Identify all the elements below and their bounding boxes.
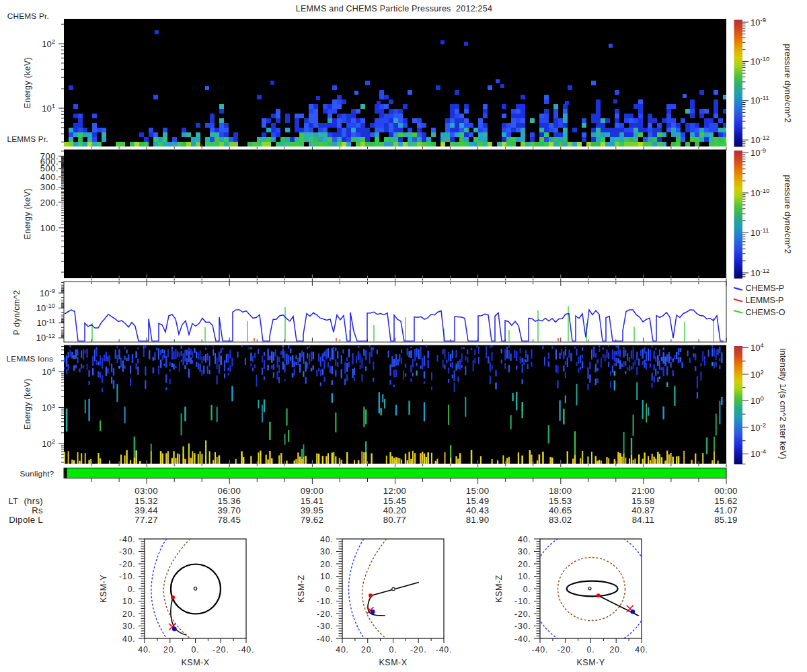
svg-text:100.: 100. <box>40 223 59 233</box>
svg-text:20.: 20. <box>163 645 177 655</box>
svg-text:20.: 20. <box>361 645 375 655</box>
svg-text:LEMMS-P: LEMMS-P <box>746 296 784 305</box>
svg-text:-40.: -40. <box>532 645 548 655</box>
svg-text:85.19: 85.19 <box>714 515 738 525</box>
svg-text:-30.: -30. <box>119 547 135 556</box>
svg-text:00:00: 00:00 <box>714 486 738 496</box>
svg-text:41.07: 41.07 <box>714 505 738 515</box>
svg-text:-30.: -30. <box>514 622 531 631</box>
svg-text:15.45: 15.45 <box>383 496 407 506</box>
svg-text:pressure dyne/cm^2: pressure dyne/cm^2 <box>783 175 792 254</box>
svg-text:15.32: 15.32 <box>134 496 158 506</box>
svg-text:LEMMS Pr.: LEMMS Pr. <box>7 134 48 144</box>
svg-text:pressure dyne/cm^2: pressure dyne/cm^2 <box>783 44 792 123</box>
svg-text:CHEMS-O: CHEMS-O <box>746 308 785 317</box>
svg-text:KSM-Z: KSM-Z <box>297 575 306 602</box>
svg-text:Rs: Rs <box>32 505 43 515</box>
svg-text:KSM-Y: KSM-Y <box>99 575 108 603</box>
svg-text:-10.: -10. <box>317 597 333 606</box>
svg-text:15:00: 15:00 <box>466 486 490 496</box>
svg-text:CHEMS Pr.: CHEMS Pr. <box>7 11 49 21</box>
svg-text:0.: 0. <box>587 645 595 655</box>
svg-text:LT (hrs): LT (hrs) <box>8 496 43 506</box>
svg-text:10.: 10. <box>320 572 334 581</box>
svg-text:-10.: -10. <box>119 572 135 581</box>
svg-text:15.36: 15.36 <box>218 496 241 506</box>
svg-text:-40.: -40. <box>317 634 333 644</box>
svg-text:200.: 200. <box>40 198 59 208</box>
svg-text:Sunlight?: Sunlight? <box>20 469 54 478</box>
svg-text:40.: 40. <box>635 645 648 655</box>
svg-text:KSM-X: KSM-X <box>181 658 209 667</box>
svg-text:KSM-Z: KSM-Z <box>494 575 504 602</box>
svg-text:intensity 1/(s cm^2 ster keV): intensity 1/(s cm^2 ster keV) <box>778 348 787 459</box>
svg-text:03:00: 03:00 <box>134 486 158 496</box>
svg-text:Dipole L: Dipole L <box>9 515 43 525</box>
svg-text:-10.: -10. <box>514 597 531 606</box>
svg-text:15.58: 15.58 <box>631 496 655 506</box>
svg-text:06:00: 06:00 <box>218 486 241 496</box>
svg-text:-20.: -20. <box>558 645 574 655</box>
svg-text:18:00: 18:00 <box>549 486 572 496</box>
svg-text:39.95: 39.95 <box>301 505 324 515</box>
svg-text:-20.: -20. <box>119 560 135 569</box>
svg-text:-40.: -40. <box>436 645 452 655</box>
svg-text:700.: 700. <box>40 151 59 161</box>
svg-text:40.: 40. <box>122 634 136 644</box>
svg-text:12:00: 12:00 <box>383 486 407 496</box>
svg-text:P dyn/cm^2: P dyn/cm^2 <box>12 290 22 335</box>
svg-text:30.: 30. <box>320 547 334 556</box>
svg-text:83.02: 83.02 <box>549 515 572 525</box>
svg-text:Energy (keV): Energy (keV) <box>23 378 32 429</box>
svg-text:0.: 0. <box>325 585 334 594</box>
svg-text:-40.: -40. <box>119 535 135 544</box>
svg-text:40.20: 40.20 <box>383 505 407 515</box>
svg-text:40.65: 40.65 <box>549 505 572 515</box>
svg-text:40.: 40. <box>138 645 151 655</box>
svg-text:Energy (keV): Energy (keV) <box>23 188 32 239</box>
svg-text:LEMMS Ions: LEMMS Ions <box>7 354 54 364</box>
svg-text:20.: 20. <box>609 645 623 655</box>
svg-text:300.: 300. <box>40 182 59 192</box>
svg-text:81.90: 81.90 <box>466 515 490 525</box>
svg-text:-20.: -20. <box>213 645 229 655</box>
svg-text:21:00: 21:00 <box>631 486 655 496</box>
svg-text:15.53: 15.53 <box>549 496 572 506</box>
svg-text:-40.: -40. <box>238 645 254 655</box>
svg-text:40.87: 40.87 <box>631 505 655 515</box>
svg-text:77.27: 77.27 <box>134 515 158 525</box>
svg-text:10.: 10. <box>122 597 136 606</box>
svg-text:15.62: 15.62 <box>714 496 738 506</box>
svg-text:20.: 20. <box>122 610 136 619</box>
svg-text:-30.: -30. <box>317 622 333 631</box>
svg-text:Energy (keV): Energy (keV) <box>23 57 32 108</box>
svg-text:10.: 10. <box>518 572 531 581</box>
svg-text:30.: 30. <box>518 547 531 556</box>
svg-text:20.: 20. <box>518 560 531 569</box>
svg-text:39.44: 39.44 <box>134 505 158 515</box>
svg-text:0.: 0. <box>389 645 397 655</box>
svg-text:-20.: -20. <box>514 610 531 619</box>
svg-text:-20.: -20. <box>317 610 333 619</box>
svg-text:LEMMS and CHEMS Particle Press: LEMMS and CHEMS Particle Pressures 2012:… <box>296 4 492 13</box>
svg-text:40.: 40. <box>336 645 349 655</box>
svg-text:-40.: -40. <box>514 634 531 644</box>
svg-text:84.11: 84.11 <box>632 515 655 525</box>
svg-text:KSM-Y: KSM-Y <box>576 658 605 667</box>
svg-text:40.: 40. <box>320 535 334 544</box>
svg-text:78.45: 78.45 <box>218 515 241 525</box>
svg-text:15.41: 15.41 <box>301 496 324 506</box>
svg-text:0.: 0. <box>192 645 200 655</box>
svg-text:40.43: 40.43 <box>466 505 490 515</box>
svg-text:15.49: 15.49 <box>466 496 490 506</box>
svg-text:30.: 30. <box>122 622 136 631</box>
svg-text:0.: 0. <box>523 585 531 594</box>
svg-text:-20.: -20. <box>410 645 426 655</box>
svg-text:39.70: 39.70 <box>218 505 241 515</box>
svg-text:40.: 40. <box>518 535 531 544</box>
svg-text:CHEMS-P: CHEMS-P <box>746 284 785 293</box>
svg-text:09:00: 09:00 <box>301 486 324 496</box>
svg-text:0.: 0. <box>128 585 136 594</box>
svg-text:80.77: 80.77 <box>383 515 407 525</box>
svg-text:79.62: 79.62 <box>301 515 324 525</box>
